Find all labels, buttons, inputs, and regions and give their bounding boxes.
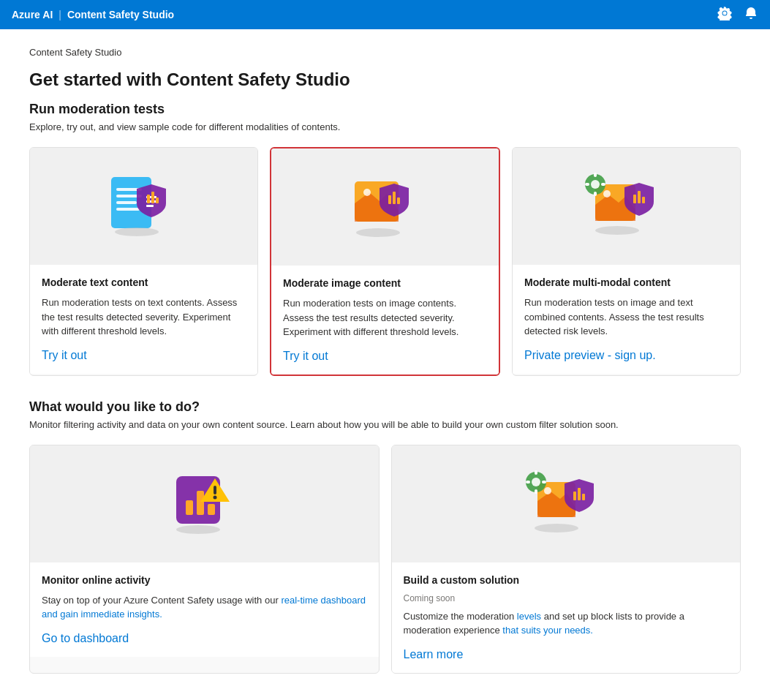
monitor-card-desc: Stay on top of your Azure Content Safety… — [42, 593, 367, 622]
svg-rect-45 — [526, 481, 530, 483]
svg-point-40 — [535, 524, 578, 532]
main-content: Content Safety Studio Get started with C… — [0, 29, 770, 700]
section1-title: Run moderation tests — [29, 102, 741, 117]
image-card-body: Moderate image content Run moderation te… — [271, 266, 499, 375]
svg-rect-9 — [147, 195, 150, 203]
notification-icon[interactable] — [744, 6, 758, 24]
svg-rect-24 — [594, 192, 597, 196]
section2-title: What would you like to do? — [29, 399, 741, 415]
multimodal-card-image — [513, 148, 740, 265]
multimodal-card-title: Moderate multi-modal content — [524, 276, 728, 288]
svg-rect-26 — [601, 183, 605, 186]
svg-rect-17 — [397, 197, 400, 204]
svg-rect-10 — [151, 192, 154, 203]
text-content-card: Moderate text content Run moderation tes… — [29, 147, 258, 376]
svg-rect-43 — [535, 470, 537, 475]
custom-card: Build a custom solution Coming soon Cust… — [391, 445, 741, 674]
text-card-image — [30, 148, 257, 265]
svg-rect-28 — [638, 191, 641, 203]
custom-card-body: Build a custom solution Coming soon Cust… — [392, 562, 741, 673]
svg-rect-48 — [578, 488, 581, 500]
text-card-body: Moderate text content Run moderation tes… — [30, 265, 257, 374]
svg-rect-23 — [594, 173, 597, 177]
svg-point-42 — [532, 478, 540, 486]
action-cards-row: Monitor online activity Stay on top of y… — [29, 445, 741, 674]
svg-rect-25 — [585, 183, 589, 186]
svg-rect-3 — [116, 201, 137, 204]
breadcrumb: Content Safety Studio — [29, 47, 741, 58]
svg-rect-33 — [208, 504, 215, 515]
svg-point-36 — [214, 495, 217, 499]
monitor-card-body: Monitor online activity Stay on top of y… — [30, 562, 379, 657]
monitor-card-title: Monitor online activity — [42, 574, 367, 586]
svg-point-22 — [591, 180, 600, 189]
svg-rect-47 — [573, 492, 576, 500]
multimodal-card-desc: Run moderation tests on image and text c… — [524, 296, 728, 339]
image-card-title: Moderate image content — [283, 277, 487, 289]
moderation-cards-row: Moderate text content Run moderation tes… — [29, 147, 741, 376]
image-content-card: Moderate image content Run moderation te… — [270, 147, 500, 376]
svg-point-39 — [544, 487, 551, 494]
custom-levels-link[interactable]: levels — [517, 611, 541, 622]
custom-card-link[interactable]: Learn more — [404, 648, 464, 661]
svg-point-37 — [176, 525, 220, 534]
custom-card-title: Build a custom solution — [404, 574, 729, 586]
section2-desc: Monitor filtering activity and data on y… — [29, 419, 741, 430]
svg-rect-15 — [388, 195, 391, 204]
custom-experience-link[interactable]: that suits your needs. — [502, 625, 593, 636]
image-card-link[interactable]: Try it out — [283, 350, 328, 362]
svg-rect-27 — [633, 195, 636, 203]
text-card-desc: Run moderation tests on text contents. A… — [42, 296, 246, 339]
azure-ai-label: Azure AI — [12, 9, 53, 20]
page-title: Get started with Content Safety Studio — [29, 69, 741, 90]
multimodal-card-link[interactable]: Private preview - sign up. — [524, 349, 656, 361]
topbar-left: Azure AI | Content Safety Studio — [12, 9, 174, 20]
monitor-card: Monitor online activity Stay on top of y… — [29, 445, 380, 674]
image-card-image — [271, 148, 499, 266]
svg-rect-16 — [393, 192, 396, 204]
monitor-card-image — [30, 445, 379, 562]
svg-rect-4 — [116, 208, 140, 211]
svg-point-14 — [356, 228, 400, 237]
svg-rect-29 — [642, 197, 645, 203]
monitor-card-link[interactable]: Go to dashboard — [42, 632, 129, 644]
multimodal-card-body: Moderate multi-modal content Run moderat… — [513, 265, 740, 374]
topbar-separator: | — [58, 9, 61, 20]
svg-rect-46 — [542, 481, 546, 483]
coming-soon-label: Coming soon — [404, 593, 729, 603]
monitor-realtime-link[interactable]: real-time dashboard and gain immediate i… — [42, 595, 366, 620]
svg-point-13 — [363, 189, 371, 196]
multimodal-content-card: Moderate multi-modal content Run moderat… — [512, 147, 741, 376]
topbar-right — [717, 6, 758, 24]
svg-rect-44 — [535, 489, 537, 494]
image-card-desc: Run moderation tests on image contents. … — [283, 296, 487, 339]
topbar: Azure AI | Content Safety Studio — [0, 0, 770, 29]
text-card-title: Moderate text content — [42, 276, 246, 288]
app-name-label: Content Safety Studio — [67, 9, 174, 20]
svg-rect-8 — [146, 205, 154, 207]
svg-rect-35 — [214, 486, 216, 494]
custom-card-image — [392, 445, 741, 562]
settings-icon[interactable] — [717, 6, 732, 24]
svg-rect-11 — [156, 197, 159, 203]
svg-rect-32 — [197, 491, 204, 515]
text-card-link[interactable]: Try it out — [42, 349, 87, 361]
svg-point-5 — [115, 227, 159, 236]
svg-rect-49 — [582, 494, 585, 500]
svg-rect-31 — [186, 500, 193, 515]
custom-card-desc: Customize the moderation levels and set … — [404, 609, 729, 638]
svg-point-20 — [595, 226, 639, 235]
section1-desc: Explore, try out, and view sample code f… — [29, 121, 741, 132]
svg-point-19 — [603, 190, 611, 197]
